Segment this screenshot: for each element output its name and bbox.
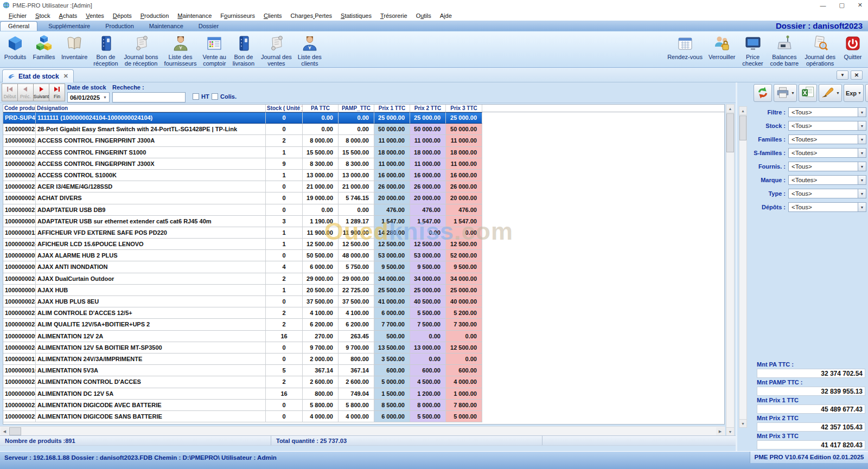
toolbar-button-verrouiller[interactable]: Verrouiller	[707, 33, 737, 61]
column-header-pamp-ttc[interactable]: PAMP_TTC	[339, 105, 374, 112]
table-row[interactable]: 10000000239AJAX HUB PLUS 8EU037 500.0037…	[3, 296, 724, 307]
column-header-stock-unit[interactable]: Stock ( Unité )	[266, 105, 303, 112]
column-header-code-produit[interactable]: Code produit	[3, 105, 36, 112]
ribbon-tab-g-neral[interactable]: Géneral	[0, 21, 37, 31]
horizontal-scrollbar[interactable]: ◀ ▶	[0, 426, 725, 435]
scrollbar-thumb[interactable]	[739, 115, 746, 140]
table-row[interactable]: 10000000242AFICHEUR LCD 15.6POUCE LENOVO…	[3, 239, 724, 250]
close-icon[interactable]: ✕	[858, 2, 863, 9]
nav-next-button[interactable]: Suivant	[33, 83, 49, 101]
table-row[interactable]: 10000000056AJAX ANTI INONDATION46 000.00…	[3, 261, 724, 273]
checkbox-box[interactable]	[212, 93, 218, 100]
menu-item-fournisseurs[interactable]: Fournisseurs	[216, 12, 259, 19]
column-header-pa-ttc[interactable]: PA TTC	[303, 105, 339, 112]
chevron-down-icon[interactable]: ▼	[858, 148, 866, 158]
toolbar-button-bon-de-r-ception[interactable]: Bon de réception	[92, 33, 119, 67]
toolbar-button-produits[interactable]: Produits	[2, 33, 28, 61]
toolbar-button-familles[interactable]: Familles	[31, 33, 57, 61]
scroll-down-icon[interactable]: ▼	[726, 427, 734, 435]
table-row[interactable]: 10000000233ACER I3/4EME/4G/128SSD021 000…	[3, 181, 724, 192]
table-row[interactable]: 10000000204ACHAT DIVERS019 000.005 746.1…	[3, 192, 724, 204]
ribbon-tab-suppl-mentaire[interactable]: Supplémentaire	[41, 21, 98, 31]
table-row[interactable]: 10000000244ACCESS CONTROL S1000K113 000.…	[3, 170, 724, 181]
toolbar-button-journal-des-op-rations[interactable]: Journal des opérations	[803, 33, 837, 67]
filter-select-type[interactable]: <Tous>	[788, 189, 858, 198]
chevron-down-icon[interactable]: ▼	[858, 107, 866, 117]
table-row[interactable]: 10000000237ALIMENTATION CONTROL D'ACCES2…	[3, 376, 724, 388]
panel-tool-checklist[interactable]: ▼	[865, 84, 868, 102]
filter-select-s-familles[interactable]: <Toutes>	[788, 148, 858, 158]
table-row[interactable]: 10000000044ALIMENTATION DC 12V 5A16800.0…	[3, 388, 724, 400]
menu-item-ventes[interactable]: Ventes	[81, 12, 108, 19]
table-row[interactable]: 10000000068AJAX HUB120 500.0022 725.0025…	[3, 285, 724, 296]
toolbar-button-liste-des-clients[interactable]: Liste des clients	[296, 33, 323, 67]
menu-item-d-pots[interactable]: Dépots	[108, 12, 136, 19]
menu-item-maintenance[interactable]: Maintenance	[173, 12, 216, 19]
table-row[interactable]: PRD-SUP461111111 (1000000024104-10000000…	[3, 112, 724, 124]
filter-select-familles[interactable]: <Toutes>	[788, 134, 858, 144]
toolbar-button-inventaire[interactable]: Inventaire	[60, 33, 89, 61]
table-row[interactable]: 10000000095ALIMENTATION 12V 2A16270.0026…	[3, 331, 724, 342]
search-input[interactable]	[112, 92, 186, 102]
scroll-up-icon[interactable]: ▲	[739, 107, 746, 115]
menu-item-charges-pertes[interactable]: Charges Pertes	[286, 12, 336, 19]
panel-tool-excel[interactable]	[799, 84, 817, 102]
nav-last-button[interactable]: Fin	[49, 83, 65, 101]
scrollbar-thumb[interactable]	[9, 427, 21, 435]
vertical-scrollbar[interactable]: ▲ ▼	[726, 104, 735, 436]
table-row[interactable]: 10000000244ACCESS CONTROL FINGERINT S100…	[3, 147, 724, 158]
chevron-down-icon[interactable]: ▼	[858, 134, 866, 144]
column-header-d-signation[interactable]: Désignation	[36, 105, 266, 112]
scroll-up-icon[interactable]: ▲	[726, 105, 734, 113]
menu-item-stock[interactable]: Stock	[31, 12, 55, 19]
filter-select-filtre[interactable]: <Tous>	[788, 107, 858, 117]
filter-select-stock[interactable]: <Tous>	[788, 121, 858, 131]
ribbon-tab-dossier[interactable]: Dossier	[191, 21, 226, 31]
toolbar-button-bon-de-livraison[interactable]: Bon de livraison	[231, 33, 257, 67]
panel-tool-refresh[interactable]	[754, 84, 772, 102]
panel-tool-brush[interactable]: ▼	[819, 84, 842, 102]
toolbar-button-journal-des-ventes[interactable]: Journal des ventes	[259, 33, 293, 67]
scroll-right-icon[interactable]: ▶	[716, 427, 724, 435]
table-row[interactable]: 1000000021128-Port Gigabit Easy Smart Sw…	[3, 124, 724, 135]
scroll-down-icon[interactable]: ▼	[739, 419, 746, 427]
table-row[interactable]: 10000000244ACCESS CONTROL FINGERPRINT J3…	[3, 135, 724, 146]
chevron-down-icon[interactable]: ▼	[858, 175, 866, 185]
table-row[interactable]: 10000000126AFFICHEUR VFD EXTERNE SAFE PO…	[3, 227, 724, 239]
toolbar-button-liste-des-fournisseurs[interactable]: Liste des fournisseurs	[163, 33, 199, 67]
panel-tool-exp[interactable]: Exp▼	[844, 84, 864, 102]
tab-close-button[interactable]: ✕	[851, 70, 863, 80]
column-header-prix-3-ttc[interactable]: Prix 3 TTC	[446, 105, 482, 112]
filter-select-marque[interactable]: <Toutes>	[788, 175, 858, 185]
ribbon-tab-maintenance[interactable]: Maintenance	[142, 21, 191, 31]
date-stock-select[interactable]: 06/01/2025 ▼	[67, 92, 110, 102]
table-row[interactable]: 10000000236ALIM QUALITE 12V/5A+BOITIER+U…	[3, 319, 724, 330]
column-header-prix-1-ttc[interactable]: Prix 1 TTC	[374, 105, 410, 112]
toolbar-button-price-checker[interactable]: Price checker	[740, 33, 766, 67]
table-row[interactable]: 10000000218ADAPTATEUR USB DB900.000.0047…	[3, 204, 724, 216]
toolbar-button-balances-code-barre[interactable]: Balances code barre	[769, 33, 801, 67]
menu-item-fichier[interactable]: Fichier	[4, 12, 31, 19]
table-row[interactable]: 10000000131ALIMENTATION 24V/3A/IMPRIMENT…	[3, 354, 724, 365]
chevron-down-icon[interactable]: ▼	[858, 162, 866, 171]
menu-item-achats[interactable]: Achats	[55, 12, 82, 19]
menu-item-clients[interactable]: Clients	[259, 12, 286, 19]
nav-first-button[interactable]: Début	[2, 83, 18, 101]
tab-close-icon[interactable]: ✕	[63, 73, 68, 80]
toolbar-button-vente-au-comptoir[interactable]: Vente au comptoir	[201, 33, 228, 67]
table-row[interactable]: 10000000244ACCESS CONTROL FINGERPRINT J3…	[3, 158, 724, 170]
minimize-icon[interactable]: —	[820, 2, 826, 9]
table-row[interactable]: 10000000088ADAPTATEUR USB sur ethernet e…	[3, 216, 724, 227]
ribbon-tab-production[interactable]: Production	[98, 21, 142, 31]
table-row[interactable]: 10000000240ALIMENTATION 12V 5A BOITIER M…	[3, 342, 724, 354]
checkbox-ht[interactable]: HT	[193, 93, 209, 100]
panel-scrollbar[interactable]: ▲ ▼	[739, 106, 747, 428]
toolbar-button-quitter[interactable]: Quitter	[840, 33, 866, 61]
checkbox-box[interactable]	[193, 93, 199, 100]
menu-item-aide[interactable]: Aide	[436, 12, 456, 19]
chevron-down-icon[interactable]: ▼	[858, 189, 866, 198]
chevron-down-icon[interactable]: ▼	[858, 121, 866, 131]
chevron-down-icon[interactable]: ▼	[858, 202, 866, 212]
tab-list-dropdown-button[interactable]: ▼	[837, 70, 848, 80]
table-row[interactable]: 10000000216ALIMENTATION DIGICODE SANS BA…	[3, 411, 724, 422]
